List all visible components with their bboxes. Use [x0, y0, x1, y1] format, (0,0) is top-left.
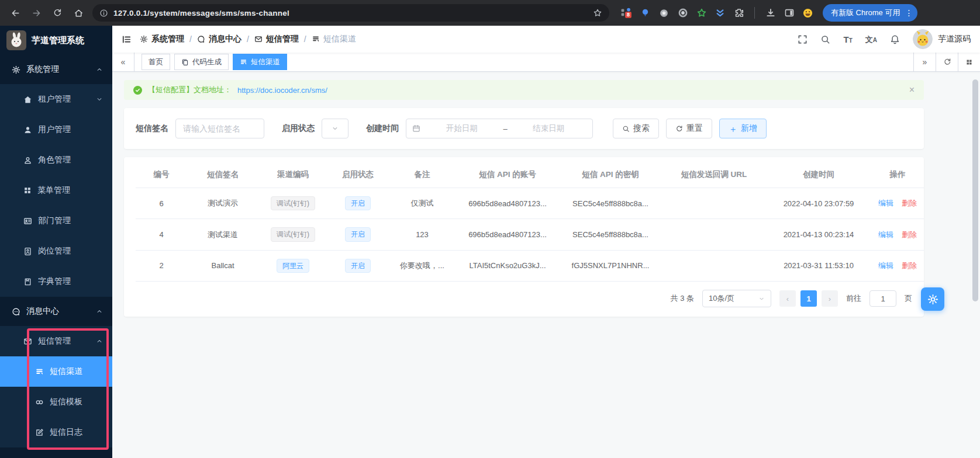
date-range-picker[interactable]: 开始日期 – 结束日期 — [406, 119, 593, 138]
notifications-button[interactable] — [890, 34, 900, 44]
prev-page-button[interactable]: ‹ — [779, 290, 796, 307]
browser-reload-button[interactable] — [48, 4, 67, 22]
split-panel-icon — [784, 8, 795, 18]
sign-input[interactable] — [175, 119, 264, 138]
username-label[interactable]: 芋道源码 — [938, 34, 971, 44]
breadcrumb-sms-channel: 短信渠道 — [312, 34, 356, 44]
doc-link[interactable]: https://doc.iocoder.cn/sms/ — [237, 86, 327, 95]
extension-ring-icon[interactable] — [677, 8, 688, 19]
col-callback-url: 短信发送回调 URL — [662, 162, 766, 188]
fullscreen-button[interactable] — [798, 34, 808, 44]
sidebar-fold-button[interactable] — [122, 34, 132, 44]
sidebar-item-label: 短信渠道 — [50, 366, 82, 377]
browser-home-button[interactable] — [69, 4, 88, 22]
alert-close-icon[interactable]: × — [909, 85, 915, 95]
tab-sms-channel[interactable]: 短信渠道 — [233, 54, 287, 70]
browser-menu-icon[interactable]: ⋮ — [905, 8, 913, 18]
tabs-scroll-left-button[interactable]: « — [112, 53, 134, 71]
start-date-placeholder[interactable]: 开始日期 — [424, 123, 499, 134]
app-logo-row[interactable]: 芋道管理系统 — [0, 26, 112, 55]
tabs-options-button[interactable] — [958, 53, 980, 71]
site-info-icon[interactable] — [99, 9, 108, 18]
chevron-up-icon — [96, 338, 103, 345]
breadcrumb-sms-management[interactable]: 短信管理 — [254, 34, 299, 44]
downloads-button[interactable] — [765, 8, 776, 19]
breadcrumb-system-management[interactable]: 系统管理 — [140, 34, 184, 44]
sidebar-item-message-center[interactable]: 消息中心 — [0, 297, 112, 326]
sidebar-item-role-management[interactable]: 角色管理 — [0, 145, 112, 175]
edit-link[interactable]: 编辑 — [878, 199, 893, 207]
delete-link[interactable]: 删除 — [902, 199, 917, 207]
breadcrumb-label: 系统管理 — [151, 34, 184, 44]
sidebar-item-department-management[interactable]: 部门管理 — [0, 206, 112, 236]
gear-icon — [12, 65, 20, 74]
sidebar-item-sms-channel[interactable]: 短信渠道 — [0, 356, 112, 387]
vertical-scrollbar-thumb[interactable] — [972, 79, 978, 301]
side-panel-button[interactable] — [784, 8, 795, 19]
sidebar-item-dict-management[interactable]: 字典管理 — [0, 266, 112, 297]
reset-button[interactable]: 重置 — [666, 119, 712, 138]
page-content: 【短信配置】文档地址： https://doc.iocoder.cn/sms/ … — [112, 72, 980, 458]
sidebar-item-label: 字典管理 — [38, 276, 71, 287]
add-button[interactable]: ＋ 新增 — [719, 119, 767, 138]
bookmark-star-icon[interactable] — [593, 8, 602, 18]
delete-link[interactable]: 删除 — [902, 261, 917, 270]
extension-badge-8-icon[interactable]: 8 — [621, 8, 632, 19]
sidebar-item-user-management[interactable]: 用户管理 — [0, 114, 112, 145]
add-button-label: 新增 — [741, 123, 757, 134]
breadcrumb-message-center[interactable]: 消息中心 — [197, 34, 241, 44]
reset-button-label: 重置 — [686, 123, 703, 134]
sidebar-item-sms-log[interactable]: 短信日志 — [0, 417, 112, 447]
browser-back-button[interactable] — [6, 4, 25, 22]
gear-icon — [140, 35, 148, 43]
end-date-placeholder[interactable]: 结束日期 — [511, 123, 586, 134]
status-select[interactable] — [322, 119, 348, 138]
sidebar-item-sms-template[interactable]: 短信模板 — [0, 387, 112, 417]
plus-icon: ＋ — [729, 124, 737, 133]
profile-emoji-icon[interactable] — [802, 8, 813, 19]
copy-document-icon — [181, 58, 189, 66]
extension-double-chevron-icon[interactable] — [715, 8, 726, 19]
cell-api-secret: SEC5c4e5ff888bc8a... — [559, 188, 662, 219]
tab-home[interactable]: 首页 — [142, 54, 170, 70]
chat-icon — [197, 35, 205, 43]
double-chevron-down-icon — [715, 8, 725, 18]
address-bar[interactable]: 127.0.0.1/system/messages/sms/sms-channe… — [92, 4, 609, 22]
col-sign: 短信签名 — [187, 162, 258, 188]
sms-channel-table-card: 编号 短信签名 渠道编码 启用状态 备注 短信 API 的账号 短信 API 的… — [124, 157, 924, 317]
sidebar-item-tenant-management[interactable]: 租户管理 — [0, 84, 112, 114]
tabs-scroll-right-button[interactable]: » — [913, 53, 936, 71]
chrome-update-button[interactable]: 有新版 Chrome 可用 ⋮ — [823, 4, 917, 22]
extension-asterisk-icon[interactable] — [658, 8, 670, 19]
doc-alert: 【短信配置】文档地址： https://doc.iocoder.cn/sms/ … — [124, 80, 924, 100]
extension-green-star-icon[interactable] — [696, 8, 707, 19]
tabs-refresh-button[interactable] — [936, 53, 958, 71]
theme-settings-button[interactable] — [921, 287, 944, 311]
sidebar-item-menu-management[interactable]: 菜单管理 — [0, 175, 112, 206]
tab-code-generation[interactable]: 代码生成 — [174, 54, 229, 70]
goto-page-input[interactable] — [869, 290, 896, 307]
user-avatar[interactable] — [913, 29, 933, 49]
edit-link[interactable]: 编辑 — [878, 261, 893, 270]
cell-sign: Ballcat — [187, 250, 258, 281]
sidebar-item-post-management[interactable]: 岗位管理 — [0, 236, 112, 266]
search-icon — [622, 125, 630, 133]
font-size-button[interactable]: TT — [843, 35, 852, 44]
browser-forward-button[interactable] — [27, 4, 46, 22]
page-size-select[interactable]: 10条/页 — [702, 290, 771, 307]
sidebar-item-system-management[interactable]: 系统管理 — [0, 55, 112, 84]
delete-link[interactable]: 删除 — [902, 230, 917, 239]
extensions-puzzle-button[interactable] — [733, 8, 744, 19]
sidebar-item-sms-management[interactable]: 短信管理 — [0, 326, 112, 356]
language-button[interactable]: 文A — [865, 36, 877, 43]
edit-link[interactable]: 编辑 — [878, 230, 893, 239]
current-page-button[interactable]: 1 — [800, 290, 817, 307]
sidebar-item-label: 用户管理 — [38, 124, 71, 135]
extension-balloon-icon[interactable] — [640, 8, 651, 19]
header-search-button[interactable] — [820, 34, 830, 44]
create-time-label: 创建时间 — [366, 123, 399, 134]
search-button[interactable]: 搜索 — [613, 119, 659, 138]
next-page-button[interactable]: › — [822, 290, 838, 307]
sidebar-item-label: 消息中心 — [26, 306, 59, 317]
search-icon — [820, 34, 830, 44]
